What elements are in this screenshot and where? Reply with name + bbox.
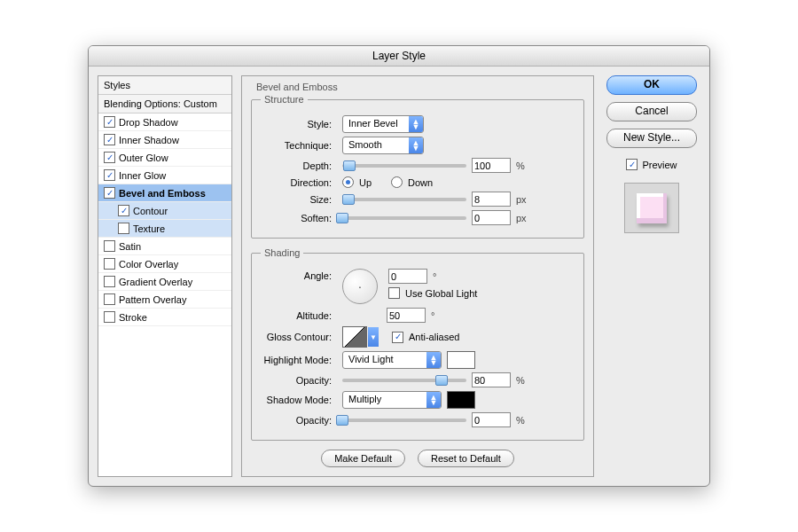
size-slider[interactable] bbox=[342, 198, 466, 201]
style-item-pattern-overlay[interactable]: Pattern Overlay bbox=[98, 291, 231, 309]
updown-icon: ▲▼ bbox=[409, 116, 423, 132]
ok-button[interactable]: OK bbox=[606, 75, 697, 95]
style-item-checkbox[interactable] bbox=[118, 223, 129, 234]
structure-legend: Structure bbox=[261, 94, 308, 105]
style-item-checkbox[interactable] bbox=[104, 152, 115, 163]
preview-checkbox[interactable] bbox=[626, 159, 638, 170]
size-input[interactable] bbox=[472, 192, 511, 207]
new-style-button[interactable]: New Style... bbox=[606, 129, 697, 148]
angle-dial[interactable] bbox=[342, 269, 378, 304]
style-item-checkbox[interactable] bbox=[104, 116, 115, 128]
shading-legend: Shading bbox=[261, 247, 303, 258]
angle-input[interactable] bbox=[388, 269, 427, 284]
updown-icon: ▲▼ bbox=[409, 137, 423, 153]
style-item-checkbox[interactable] bbox=[104, 187, 115, 199]
style-item-stroke[interactable]: Stroke bbox=[98, 309, 231, 326]
altitude-input[interactable] bbox=[387, 308, 426, 323]
style-item-label: Gradient Overlay bbox=[119, 277, 192, 287]
depth-slider[interactable] bbox=[342, 164, 466, 168]
technique-label: Technique: bbox=[261, 140, 332, 151]
style-item-checkbox[interactable] bbox=[104, 258, 115, 270]
style-item-drop-shadow[interactable]: Drop Shadow bbox=[98, 113, 231, 131]
styles-header[interactable]: Styles bbox=[98, 76, 231, 95]
highlight-opacity-label: Opacity: bbox=[261, 375, 332, 386]
size-label: Size: bbox=[261, 194, 332, 205]
style-item-outer-glow[interactable]: Outer Glow bbox=[98, 149, 231, 167]
direction-label: Direction: bbox=[261, 177, 332, 188]
style-item-checkbox[interactable] bbox=[104, 134, 115, 145]
style-label: Style: bbox=[261, 119, 332, 129]
style-item-checkbox[interactable] bbox=[104, 293, 115, 305]
highlight-mode-combo[interactable]: Vivid Light ▲▼ bbox=[342, 351, 442, 369]
global-light-checkbox[interactable] bbox=[388, 287, 400, 299]
style-item-texture[interactable]: Texture bbox=[98, 220, 231, 238]
structure-group: Structure Style: Inner Bevel ▲▼ Techniqu… bbox=[251, 94, 584, 239]
titlebar[interactable]: Layer Style bbox=[89, 46, 709, 66]
style-item-bevel-and-emboss[interactable]: Bevel and Emboss bbox=[98, 184, 231, 202]
style-item-label: Bevel and Emboss bbox=[119, 188, 206, 199]
gloss-contour-label: Gloss Contour: bbox=[261, 332, 332, 342]
style-item-label: Contour bbox=[133, 206, 168, 216]
angle-label: Angle: bbox=[261, 269, 332, 281]
layer-style-dialog: Layer Style Styles Blending Options: Cus… bbox=[88, 45, 710, 487]
style-item-checkbox[interactable] bbox=[104, 240, 115, 252]
main-panel: Bevel and Emboss Structure Style: Inner … bbox=[241, 75, 594, 477]
reset-default-button[interactable]: Reset to Default bbox=[418, 450, 514, 467]
style-item-gradient-overlay[interactable]: Gradient Overlay bbox=[98, 273, 231, 291]
style-item-label: Stroke bbox=[119, 312, 147, 323]
styles-list: Styles Blending Options: Custom Drop Sha… bbox=[98, 75, 232, 477]
style-combo[interactable]: Inner Bevel ▲▼ bbox=[342, 115, 424, 133]
style-item-checkbox[interactable] bbox=[118, 205, 129, 216]
shadow-opacity-label: Opacity: bbox=[261, 415, 332, 426]
style-item-inner-shadow[interactable]: Inner Shadow bbox=[98, 131, 231, 149]
altitude-label: Altitude: bbox=[261, 310, 332, 321]
style-item-contour[interactable]: Contour bbox=[98, 202, 231, 220]
anti-aliased-checkbox[interactable] bbox=[392, 332, 403, 343]
style-item-checkbox[interactable] bbox=[104, 169, 115, 181]
shadow-mode-combo[interactable]: Multiply ▲▼ bbox=[342, 391, 442, 409]
shadow-opacity-slider[interactable] bbox=[342, 419, 466, 422]
highlight-opacity-input[interactable] bbox=[472, 372, 511, 387]
soften-label: Soften: bbox=[261, 213, 332, 223]
style-item-label: Pattern Overlay bbox=[119, 294, 186, 305]
technique-combo[interactable]: Smooth ▲▼ bbox=[342, 137, 424, 154]
direction-up-radio[interactable] bbox=[342, 176, 354, 188]
shadow-color-swatch[interactable] bbox=[447, 391, 475, 409]
style-item-checkbox[interactable] bbox=[104, 276, 115, 287]
right-column: OK Cancel New Style... Preview bbox=[603, 75, 700, 477]
style-item-label: Drop Shadow bbox=[119, 117, 178, 128]
direction-down-radio[interactable] bbox=[391, 176, 403, 188]
preview-thumbnail bbox=[624, 183, 679, 233]
soften-input[interactable] bbox=[472, 210, 511, 225]
depth-label: Depth: bbox=[261, 160, 332, 171]
style-item-satin[interactable]: Satin bbox=[98, 238, 231, 255]
preview-label: Preview bbox=[642, 160, 677, 170]
make-default-button[interactable]: Make Default bbox=[321, 450, 405, 467]
panel-title: Bevel and Emboss bbox=[251, 82, 584, 92]
soften-slider[interactable] bbox=[342, 216, 466, 220]
style-item-color-overlay[interactable]: Color Overlay bbox=[98, 255, 231, 273]
shading-group: Shading Angle: ° Use Global Light bbox=[251, 247, 584, 441]
style-item-checkbox[interactable] bbox=[104, 311, 115, 323]
blending-options-header[interactable]: Blending Options: Custom bbox=[98, 95, 231, 113]
updown-icon: ▲▼ bbox=[426, 392, 441, 408]
style-item-label: Inner Shadow bbox=[119, 135, 179, 145]
highlight-color-swatch[interactable] bbox=[447, 351, 475, 369]
updown-icon: ▲▼ bbox=[426, 352, 441, 368]
shadow-mode-label: Shadow Mode: bbox=[261, 395, 332, 405]
style-item-label: Color Overlay bbox=[119, 259, 178, 270]
style-item-label: Satin bbox=[119, 241, 141, 252]
style-item-label: Outer Glow bbox=[119, 153, 168, 163]
gloss-contour-picker[interactable]: ▼ bbox=[342, 326, 367, 348]
shadow-opacity-input[interactable] bbox=[472, 412, 511, 427]
highlight-mode-label: Highlight Mode: bbox=[261, 355, 332, 365]
depth-input[interactable] bbox=[472, 158, 511, 173]
cancel-button[interactable]: Cancel bbox=[606, 102, 697, 121]
style-item-label: Texture bbox=[133, 223, 165, 234]
highlight-opacity-slider[interactable] bbox=[342, 379, 466, 382]
style-item-label: Inner Glow bbox=[119, 170, 166, 181]
style-item-inner-glow[interactable]: Inner Glow bbox=[98, 167, 231, 184]
